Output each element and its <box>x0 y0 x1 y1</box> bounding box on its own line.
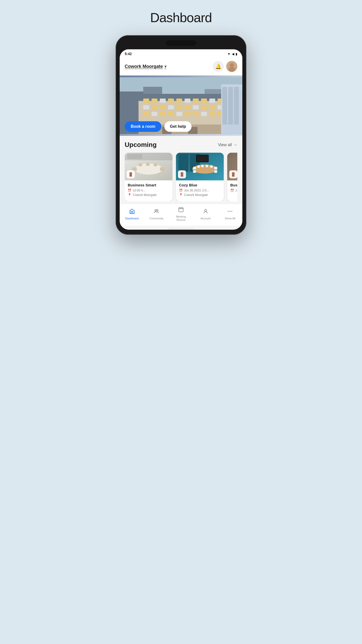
room-card[interactable]: 🚪 Business Smart ⏰ 10:00 A... 📍 Cowork M… <box>125 153 172 201</box>
header-actions: 🔔 <box>213 61 237 72</box>
svg-rect-56 <box>127 154 142 159</box>
svg-point-77 <box>205 209 207 211</box>
card-location-2: 📍 Cowork Moorgate <box>179 193 221 197</box>
svg-point-78 <box>228 211 229 212</box>
card-time-value-3: J... <box>235 189 237 192</box>
svg-rect-15 <box>185 99 190 103</box>
battery-icon: ▮ <box>236 52 237 56</box>
clock-icon-3: ⏰ <box>230 189 234 192</box>
nav-item-meeting-rooms[interactable]: MeetingRooms <box>172 207 190 222</box>
wifi-icon: ▼ <box>227 52 231 56</box>
svg-rect-11 <box>152 99 157 103</box>
room-type-icon-2: 🚪 <box>178 170 186 178</box>
svg-rect-53 <box>154 163 157 166</box>
account-icon <box>203 208 209 216</box>
svg-rect-27 <box>201 105 207 109</box>
svg-rect-62 <box>193 167 196 169</box>
room-card-2[interactable]: 🚪 Cozy Blue ⏰ Jun 26 2023, 2:0... 📍 Cowo… <box>176 153 224 201</box>
community-icon <box>153 208 159 216</box>
svg-rect-69 <box>214 170 217 173</box>
room-card-3[interactable]: 🚪 Bus... ⏰ J... <box>227 153 237 201</box>
card-time-3: ⏰ J... <box>230 189 237 192</box>
cards-row: 🚪 Business Smart ⏰ 10:00 A... 📍 Cowork M… <box>125 153 237 201</box>
card-name-1: Business Smart <box>128 183 169 187</box>
card-time-1: ⏰ 10:00 A... <box>128 189 169 192</box>
view-all-arrow: → <box>233 143 237 147</box>
bell-icon: 🔔 <box>215 63 221 69</box>
svg-rect-14 <box>176 99 182 103</box>
svg-rect-35 <box>185 112 190 116</box>
card-time-value-2: Jun 26 2023, 2:0... <box>184 189 209 192</box>
phone-speaker <box>166 40 196 46</box>
svg-rect-25 <box>185 105 190 109</box>
svg-point-79 <box>230 211 231 212</box>
card-name-2: Cozy Blue <box>179 183 221 187</box>
svg-rect-37 <box>201 112 207 116</box>
card-time-value-1: 10:00 A... <box>133 189 146 192</box>
location-icon-2: 📍 <box>179 193 183 197</box>
svg-rect-34 <box>176 112 182 116</box>
nav-item-community[interactable]: Community <box>148 208 165 220</box>
get-help-button[interactable]: Get help <box>164 121 192 132</box>
clock-icon-2: ⏰ <box>179 189 183 192</box>
svg-rect-22 <box>160 105 166 109</box>
svg-rect-38 <box>209 112 215 116</box>
svg-rect-16 <box>193 99 199 103</box>
nav-label-meeting-rooms: MeetingRooms <box>176 215 186 222</box>
svg-rect-54 <box>160 167 164 171</box>
svg-rect-44 <box>222 87 227 125</box>
svg-point-1 <box>230 63 234 67</box>
card-image-2: 🚪 <box>176 153 224 180</box>
svg-point-61 <box>192 165 217 174</box>
phone-frame: 5:42 ▼ ◀ ▮ Cowork Moorgate ▾ 🔔 <box>116 35 246 235</box>
svg-rect-24 <box>176 105 182 109</box>
svg-rect-64 <box>197 165 200 168</box>
nav-label-show-all: Show All <box>225 217 235 220</box>
avatar[interactable] <box>226 61 237 72</box>
svg-rect-20 <box>143 105 149 109</box>
location-name: Cowork Moorgate <box>125 64 163 69</box>
notification-button[interactable]: 🔔 <box>213 61 224 72</box>
page-title: Dashboard <box>150 10 212 25</box>
svg-rect-33 <box>168 112 174 116</box>
svg-rect-76 <box>179 208 183 212</box>
card-body-2: Cozy Blue ⏰ Jun 26 2023, 2:0... 📍 Cowork… <box>176 180 224 201</box>
svg-rect-18 <box>209 99 215 103</box>
phone-screen: 5:42 ▼ ◀ ▮ Cowork Moorgate ▾ 🔔 <box>120 49 242 230</box>
svg-rect-66 <box>206 165 208 167</box>
svg-rect-52 <box>146 163 150 166</box>
card-location-value-2: Cowork Moorgate <box>184 193 208 197</box>
svg-rect-59 <box>178 154 189 172</box>
card-location-value-1: Cowork Moorgate <box>133 193 157 197</box>
svg-rect-65 <box>201 165 204 167</box>
svg-rect-63 <box>193 170 196 173</box>
svg-rect-23 <box>168 105 174 109</box>
book-room-button[interactable]: Book a room <box>125 121 161 132</box>
card-time-2: ⏰ Jun 26 2023, 2:0... <box>179 189 221 192</box>
nav-item-dashboard[interactable]: Dashboard <box>123 208 141 220</box>
svg-rect-12 <box>160 99 166 103</box>
card-image-3: 🚪 <box>227 153 237 180</box>
card-location-1: 📍 Cowork Moorgate <box>128 193 169 197</box>
svg-point-74 <box>155 210 156 211</box>
room-type-icon-3: 🚪 <box>229 170 237 178</box>
clock-icon-1: ⏰ <box>128 189 131 192</box>
home-indicator <box>168 228 194 230</box>
bottom-nav: Dashboard Community <box>120 204 242 226</box>
nav-item-show-all[interactable]: Show All <box>221 208 239 220</box>
svg-rect-10 <box>143 99 149 103</box>
svg-rect-36 <box>193 112 199 116</box>
svg-rect-28 <box>209 105 215 109</box>
svg-rect-71 <box>197 155 208 162</box>
card-body-1: Business Smart ⏰ 10:00 A... 📍 Cowork Moo… <box>125 180 172 201</box>
nav-item-account[interactable]: Account <box>197 208 214 220</box>
svg-rect-46 <box>234 87 239 125</box>
hero-image: Book a room Get help <box>120 75 242 136</box>
svg-rect-31 <box>152 112 157 116</box>
location-selector[interactable]: Cowork Moorgate ▾ <box>125 64 166 69</box>
location-icon-1: 📍 <box>128 193 131 197</box>
svg-rect-26 <box>193 105 199 109</box>
view-all-button[interactable]: View all → <box>218 143 237 147</box>
signal-icon: ◀ <box>232 52 234 56</box>
status-bar: 5:42 ▼ ◀ ▮ <box>120 49 242 58</box>
